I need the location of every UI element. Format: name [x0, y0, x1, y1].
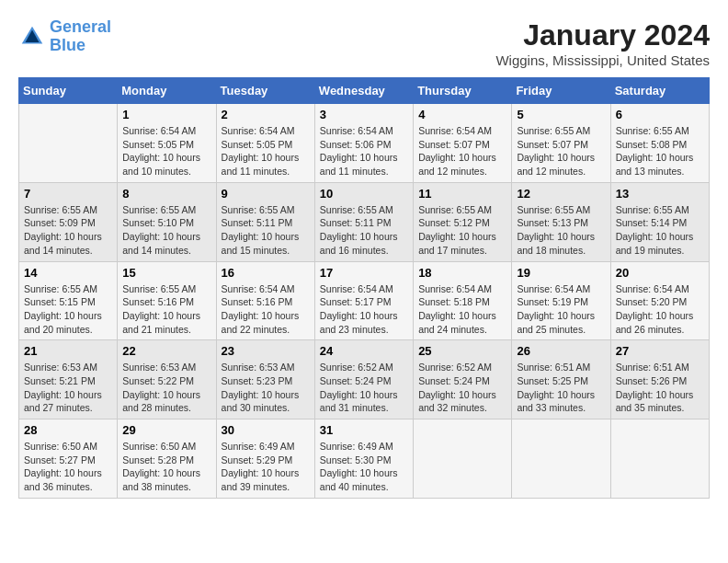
- month-title: January 2024: [495, 18, 710, 52]
- day-number: 8: [122, 187, 210, 201]
- day-number: 21: [24, 344, 112, 358]
- day-info: Sunrise: 6:52 AMSunset: 5:24 PMDaylight:…: [418, 361, 506, 415]
- day-number: 30: [222, 423, 310, 437]
- day-info: Sunrise: 6:54 AMSunset: 5:20 PMDaylight:…: [616, 282, 704, 337]
- calendar-cell: [19, 104, 118, 183]
- day-info: Sunrise: 6:51 AMSunset: 5:25 PMDaylight:…: [517, 361, 605, 415]
- header-day: Saturday: [610, 78, 709, 104]
- calendar-week-row: 28Sunrise: 6:50 AMSunset: 5:27 PMDayligh…: [19, 419, 710, 499]
- day-info: Sunrise: 6:55 AMSunset: 5:11 PMDaylight:…: [222, 203, 310, 258]
- day-number: 23: [222, 344, 310, 358]
- calendar-table: SundayMondayTuesdayWednesdayThursdayFrid…: [18, 77, 710, 499]
- calendar-cell: 31Sunrise: 6:49 AMSunset: 5:30 PMDayligh…: [314, 419, 413, 499]
- page-header: General Blue January 2024 Wiggins, Missi…: [18, 18, 710, 68]
- day-number: 31: [320, 423, 408, 437]
- day-number: 20: [616, 266, 704, 280]
- calendar-cell: 29Sunrise: 6:50 AMSunset: 5:28 PMDayligh…: [118, 419, 216, 499]
- day-info: Sunrise: 6:53 AMSunset: 5:23 PMDaylight:…: [222, 361, 310, 415]
- title-block: January 2024 Wiggins, Mississippi, Unite…: [495, 18, 710, 68]
- header-day: Friday: [512, 78, 610, 104]
- calendar-cell: 8Sunrise: 6:55 AMSunset: 5:10 PMDaylight…: [118, 182, 216, 261]
- calendar-cell: 27Sunrise: 6:51 AMSunset: 5:26 PMDayligh…: [610, 340, 709, 419]
- header-day: Tuesday: [216, 78, 314, 104]
- calendar-cell: 22Sunrise: 6:53 AMSunset: 5:22 PMDayligh…: [118, 340, 216, 419]
- header-row: SundayMondayTuesdayWednesdayThursdayFrid…: [19, 78, 710, 104]
- calendar-cell: 28Sunrise: 6:50 AMSunset: 5:27 PMDayligh…: [19, 419, 118, 499]
- day-number: 7: [24, 187, 112, 201]
- calendar-cell: [512, 419, 610, 499]
- day-info: Sunrise: 6:50 AMSunset: 5:28 PMDaylight:…: [122, 440, 210, 494]
- calendar-cell: 26Sunrise: 6:51 AMSunset: 5:25 PMDayligh…: [512, 340, 610, 419]
- day-info: Sunrise: 6:54 AMSunset: 5:16 PMDaylight:…: [222, 282, 310, 337]
- calendar-week-row: 21Sunrise: 6:53 AMSunset: 5:21 PMDayligh…: [19, 340, 710, 419]
- calendar-cell: [610, 419, 709, 499]
- day-number: 4: [418, 108, 506, 121]
- day-number: 10: [320, 187, 408, 201]
- day-number: 11: [418, 187, 506, 201]
- calendar-cell: 5Sunrise: 6:55 AMSunset: 5:07 PMDaylight…: [512, 104, 610, 183]
- header-day: Wednesday: [314, 78, 413, 104]
- day-number: 28: [24, 423, 112, 437]
- day-info: Sunrise: 6:55 AMSunset: 5:07 PMDaylight:…: [517, 124, 605, 178]
- day-info: Sunrise: 6:54 AMSunset: 5:05 PMDaylight:…: [122, 124, 210, 178]
- day-info: Sunrise: 6:55 AMSunset: 5:12 PMDaylight:…: [418, 203, 506, 258]
- day-number: 27: [616, 344, 704, 358]
- day-number: 25: [418, 344, 506, 358]
- day-info: Sunrise: 6:55 AMSunset: 5:09 PMDaylight:…: [24, 203, 112, 258]
- calendar-cell: 7Sunrise: 6:55 AMSunset: 5:09 PMDaylight…: [19, 182, 118, 261]
- calendar-week-row: 14Sunrise: 6:55 AMSunset: 5:15 PMDayligh…: [19, 261, 710, 340]
- day-number: 5: [517, 108, 605, 121]
- calendar-cell: 10Sunrise: 6:55 AMSunset: 5:11 PMDayligh…: [314, 182, 413, 261]
- day-number: 29: [122, 423, 210, 437]
- day-number: 19: [517, 266, 605, 280]
- day-info: Sunrise: 6:51 AMSunset: 5:26 PMDaylight:…: [616, 361, 704, 415]
- calendar-week-row: 1Sunrise: 6:54 AMSunset: 5:05 PMDaylight…: [19, 104, 710, 183]
- location: Wiggins, Mississippi, United States: [495, 52, 710, 68]
- logo-text: General Blue: [50, 18, 111, 55]
- day-number: 1: [122, 108, 210, 121]
- logo-line2: Blue: [50, 36, 85, 54]
- day-number: 17: [320, 266, 408, 280]
- calendar-cell: 9Sunrise: 6:55 AMSunset: 5:11 PMDaylight…: [216, 182, 314, 261]
- day-info: Sunrise: 6:55 AMSunset: 5:13 PMDaylight:…: [517, 203, 605, 258]
- day-number: 13: [616, 187, 704, 201]
- calendar-cell: 4Sunrise: 6:54 AMSunset: 5:07 PMDaylight…: [414, 104, 512, 183]
- logo: General Blue: [18, 18, 111, 55]
- calendar-cell: 17Sunrise: 6:54 AMSunset: 5:17 PMDayligh…: [314, 261, 413, 340]
- header-day: Sunday: [19, 78, 118, 104]
- day-number: 16: [222, 266, 310, 280]
- day-info: Sunrise: 6:54 AMSunset: 5:05 PMDaylight:…: [222, 124, 310, 178]
- calendar-cell: 24Sunrise: 6:52 AMSunset: 5:24 PMDayligh…: [314, 340, 413, 419]
- day-number: 9: [222, 187, 310, 201]
- calendar-cell: 1Sunrise: 6:54 AMSunset: 5:05 PMDaylight…: [118, 104, 216, 183]
- day-number: 22: [122, 344, 210, 358]
- day-number: 3: [320, 108, 408, 121]
- calendar-cell: 23Sunrise: 6:53 AMSunset: 5:23 PMDayligh…: [216, 340, 314, 419]
- day-info: Sunrise: 6:55 AMSunset: 5:15 PMDaylight:…: [24, 282, 112, 337]
- day-number: 12: [517, 187, 605, 201]
- calendar-cell: 15Sunrise: 6:55 AMSunset: 5:16 PMDayligh…: [118, 261, 216, 340]
- calendar-cell: 12Sunrise: 6:55 AMSunset: 5:13 PMDayligh…: [512, 182, 610, 261]
- day-number: 18: [418, 266, 506, 280]
- calendar-cell: 13Sunrise: 6:55 AMSunset: 5:14 PMDayligh…: [610, 182, 709, 261]
- day-info: Sunrise: 6:54 AMSunset: 5:19 PMDaylight:…: [517, 282, 605, 337]
- day-info: Sunrise: 6:49 AMSunset: 5:30 PMDaylight:…: [320, 440, 408, 494]
- day-info: Sunrise: 6:52 AMSunset: 5:24 PMDaylight:…: [320, 361, 408, 415]
- day-number: 26: [517, 344, 605, 358]
- logo-icon: [18, 23, 46, 51]
- calendar-cell: 30Sunrise: 6:49 AMSunset: 5:29 PMDayligh…: [216, 419, 314, 499]
- day-info: Sunrise: 6:55 AMSunset: 5:08 PMDaylight:…: [616, 124, 704, 178]
- day-info: Sunrise: 6:54 AMSunset: 5:06 PMDaylight:…: [320, 124, 408, 178]
- day-info: Sunrise: 6:54 AMSunset: 5:18 PMDaylight:…: [418, 282, 506, 337]
- day-number: 14: [24, 266, 112, 280]
- logo-line1: General: [50, 17, 111, 36]
- calendar-cell: 11Sunrise: 6:55 AMSunset: 5:12 PMDayligh…: [414, 182, 512, 261]
- calendar-cell: 3Sunrise: 6:54 AMSunset: 5:06 PMDaylight…: [314, 104, 413, 183]
- calendar-cell: [414, 419, 512, 499]
- header-day: Monday: [118, 78, 216, 104]
- day-info: Sunrise: 6:55 AMSunset: 5:10 PMDaylight:…: [122, 203, 210, 258]
- calendar-cell: 21Sunrise: 6:53 AMSunset: 5:21 PMDayligh…: [19, 340, 118, 419]
- calendar-cell: 14Sunrise: 6:55 AMSunset: 5:15 PMDayligh…: [19, 261, 118, 340]
- calendar-week-row: 7Sunrise: 6:55 AMSunset: 5:09 PMDaylight…: [19, 182, 710, 261]
- day-info: Sunrise: 6:50 AMSunset: 5:27 PMDaylight:…: [24, 440, 112, 494]
